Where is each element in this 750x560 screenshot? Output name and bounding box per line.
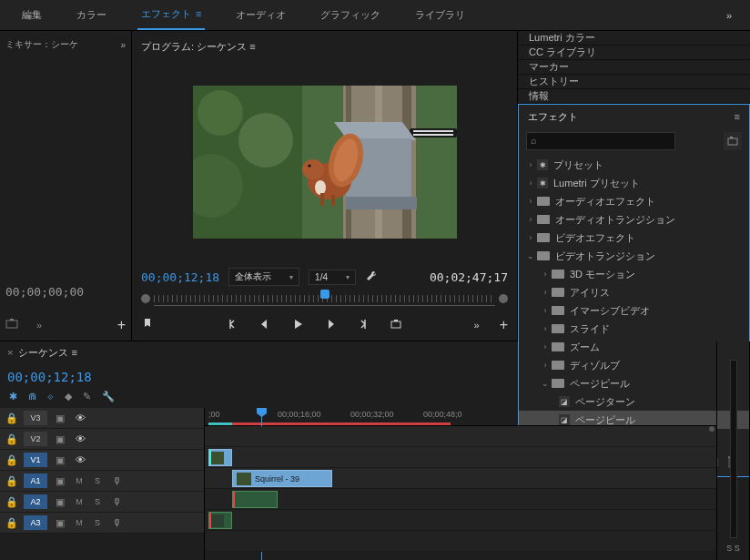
clip-a1[interactable] bbox=[232, 491, 278, 508]
effects-search-input[interactable] bbox=[526, 132, 675, 150]
track-label-a3[interactable]: A3 bbox=[24, 515, 47, 530]
track-header-v2[interactable]: 🔒 V2 ▣ 👁 bbox=[0, 429, 204, 450]
audio-meter[interactable] bbox=[730, 360, 737, 538]
tree-video-transitions[interactable]: ⌄ビデオトランジション bbox=[519, 247, 749, 265]
panel-history[interactable]: ヒストリー bbox=[518, 75, 750, 89]
step-back-icon[interactable] bbox=[258, 318, 271, 332]
track-a3-lane[interactable] bbox=[205, 531, 716, 552]
sync-lock-icon[interactable]: ▣ bbox=[53, 433, 67, 445]
mark-in-icon[interactable] bbox=[226, 318, 238, 332]
tree-lumetri-presets[interactable]: ›✱Lumetri プリセット bbox=[519, 174, 749, 192]
tree-slide[interactable]: ›スライド bbox=[519, 320, 749, 338]
track-header-a2[interactable]: 🔒 A2 ▣ M S 🎙 bbox=[0, 492, 204, 513]
zoom-handle-top[interactable] bbox=[709, 426, 715, 432]
time-ruler[interactable]: ;00 00;00;16;00 00;00;32;00 00;00;48;0 bbox=[205, 408, 716, 426]
wrench-icon[interactable]: 🔧 bbox=[102, 391, 115, 402]
program-monitor[interactable] bbox=[141, 61, 508, 262]
ruler-end-knob[interactable] bbox=[499, 294, 508, 303]
mute-button[interactable]: M bbox=[73, 474, 86, 487]
track-header-a3[interactable]: 🔒 A3 ▣ M S 🎙 bbox=[0, 513, 204, 534]
eye-icon[interactable]: 👁 bbox=[73, 433, 87, 444]
step-forward-icon[interactable] bbox=[324, 318, 337, 332]
track-header-a1[interactable]: 🔒 A1 ▣ M S 🎙 bbox=[0, 471, 204, 492]
track-a2-lane[interactable] bbox=[205, 510, 716, 531]
track-header-v1[interactable]: 🔒 V1 ▣ 👁 bbox=[0, 450, 204, 471]
sequence-tab[interactable]: シーケンス ≡ bbox=[18, 346, 76, 360]
track-area[interactable]: ;00 00;00;16;00 00;00;32;00 00;00;48;0 S… bbox=[205, 408, 716, 560]
track-label-v2[interactable]: V2 bbox=[24, 432, 47, 446]
tree-presets[interactable]: ›✱プリセット bbox=[519, 156, 749, 174]
tab-library[interactable]: ライブラリ bbox=[411, 1, 469, 29]
track-label-v3[interactable]: V3 bbox=[24, 411, 47, 425]
ruler-start-knob[interactable] bbox=[141, 294, 150, 303]
panel-lumetri-color[interactable]: Lumetri カラー bbox=[518, 31, 750, 46]
tree-audio-transitions[interactable]: ›オーディオトランジション bbox=[519, 210, 749, 229]
export-frame-icon[interactable] bbox=[390, 318, 402, 332]
lock-icon[interactable]: 🔒 bbox=[5, 475, 18, 487]
program-playhead[interactable] bbox=[320, 290, 329, 299]
transport-add-button[interactable]: + bbox=[500, 317, 508, 333]
mute-button[interactable]: M bbox=[73, 516, 86, 529]
resolution-dropdown[interactable]: 1/4▾ bbox=[309, 270, 356, 285]
marker-tool-icon[interactable]: ◆ bbox=[65, 391, 72, 402]
tab-effects[interactable]: エフェクト ≡ bbox=[137, 0, 205, 30]
sync-lock-icon[interactable]: ▣ bbox=[53, 475, 67, 487]
add-marker-icon[interactable] bbox=[141, 318, 154, 332]
linked-selection-icon[interactable]: ⟐ bbox=[47, 391, 54, 402]
clip-v2[interactable] bbox=[208, 449, 232, 466]
play-icon[interactable] bbox=[291, 318, 304, 332]
new-bin-icon[interactable] bbox=[724, 132, 742, 150]
tree-iris[interactable]: ›アイリス bbox=[519, 283, 749, 301]
tab-audio[interactable]: オーディオ bbox=[232, 1, 289, 29]
mixer-timecode[interactable]: 00;00;00;00 bbox=[5, 285, 126, 299]
eye-icon[interactable]: 👁 bbox=[73, 454, 87, 465]
snap-icon[interactable]: ✱ bbox=[9, 391, 17, 402]
tree-video-effects[interactable]: ›ビデオエフェクト bbox=[519, 229, 749, 247]
tree-audio-effects[interactable]: ›オーディオエフェクト bbox=[519, 192, 749, 210]
sync-lock-icon[interactable]: ▣ bbox=[53, 412, 67, 424]
panel-markers[interactable]: マーカー bbox=[518, 60, 750, 75]
close-icon[interactable]: × bbox=[7, 347, 13, 358]
solo-button[interactable]: S bbox=[91, 495, 104, 508]
mute-button[interactable]: M bbox=[73, 495, 86, 508]
tab-edit[interactable]: 編集 bbox=[18, 1, 46, 29]
sync-lock-icon[interactable]: ▣ bbox=[53, 517, 67, 529]
clip-a2[interactable] bbox=[208, 512, 232, 529]
tab-graphics[interactable]: グラフィック bbox=[317, 1, 384, 29]
program-ruler[interactable] bbox=[154, 291, 495, 306]
program-current-timecode[interactable]: 00;00;12;18 bbox=[141, 270, 219, 284]
track-v2-lane[interactable] bbox=[205, 447, 716, 468]
mark-out-icon[interactable] bbox=[357, 318, 370, 332]
lock-icon[interactable]: 🔒 bbox=[5, 517, 18, 529]
lock-icon[interactable]: 🔒 bbox=[5, 454, 18, 466]
track-v1-lane[interactable]: Squirrel - 39 bbox=[205, 468, 716, 489]
wrench-icon[interactable] bbox=[365, 270, 378, 284]
timeline-timecode[interactable]: 00;00;12;18 bbox=[7, 370, 92, 384]
mixer-add-button[interactable]: + bbox=[117, 317, 126, 333]
mic-icon[interactable]: 🎙 bbox=[109, 496, 124, 507]
track-a1-lane[interactable] bbox=[205, 489, 716, 510]
magnet-icon[interactable]: ⋒ bbox=[28, 391, 36, 402]
solo-button[interactable]: S bbox=[91, 516, 104, 529]
tree-3d-motion[interactable]: ›3D モーション bbox=[519, 265, 749, 283]
track-label-a1[interactable]: A1 bbox=[24, 473, 47, 488]
eye-icon[interactable]: 👁 bbox=[73, 412, 87, 423]
mic-icon[interactable]: 🎙 bbox=[109, 517, 124, 528]
lock-icon[interactable]: 🔒 bbox=[5, 412, 18, 424]
mixer-overflow-icon[interactable]: » bbox=[120, 40, 126, 50]
track-v3-lane[interactable] bbox=[205, 426, 716, 447]
track-label-v1[interactable]: V1 bbox=[24, 453, 47, 467]
tree-immersive[interactable]: ›イマーシブビデオ bbox=[519, 301, 749, 320]
clip-v1-squirrel[interactable]: Squirrel - 39 bbox=[232, 470, 332, 487]
lock-icon[interactable]: 🔒 bbox=[5, 433, 18, 445]
panel-info[interactable]: 情報 bbox=[518, 89, 750, 104]
tabs-overflow-icon[interactable]: » bbox=[726, 10, 732, 21]
solo-button[interactable]: S bbox=[91, 474, 104, 487]
track-label-a2[interactable]: A2 bbox=[24, 494, 47, 509]
panel-cc-library[interactable]: CC ライブラリ bbox=[518, 46, 750, 60]
lock-icon[interactable]: 🔒 bbox=[5, 496, 18, 508]
sync-lock-icon[interactable]: ▣ bbox=[53, 454, 67, 466]
settings-icon[interactable]: ✎ bbox=[83, 391, 91, 402]
track-header-v3[interactable]: 🔒 V3 ▣ 👁 bbox=[0, 408, 204, 429]
transport-chevron-icon[interactable]: » bbox=[474, 320, 480, 331]
